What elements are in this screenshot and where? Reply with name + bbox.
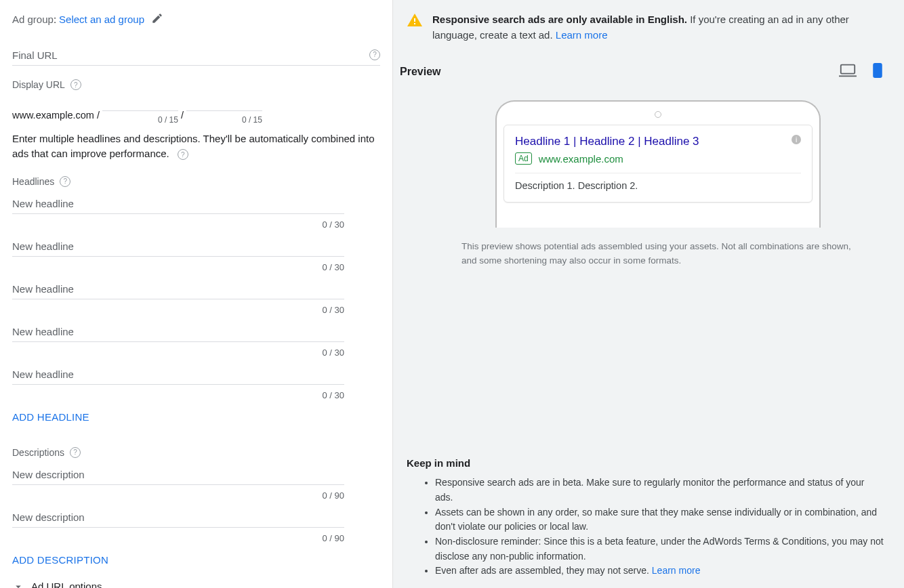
preview-title: Preview — [388, 66, 440, 78]
path1-counter: 0 / 15 — [158, 115, 178, 125]
help-icon[interactable]: ? — [70, 447, 81, 458]
headline-counter: 0 / 30 — [12, 219, 344, 230]
keep-in-mind-item: Assets can be shown in any order, so mak… — [435, 505, 884, 534]
svg-point-3 — [877, 75, 878, 77]
headline-counter: 0 / 30 — [12, 305, 344, 315]
descriptions-label: Descriptions — [12, 447, 64, 458]
headline-counter: 0 / 30 — [12, 262, 344, 272]
headline-input[interactable] — [12, 194, 344, 214]
select-ad-group-link[interactable]: Select an ad group — [59, 14, 144, 25]
path2-counter: 0 / 15 — [242, 115, 262, 125]
preview-area: Headline 1 | Headline 2 | Headline 3 i A… — [393, 80, 904, 268]
final-url-input[interactable] — [12, 45, 380, 66]
help-icon[interactable]: ? — [60, 176, 70, 187]
headline-input[interactable] — [12, 322, 344, 342]
headlines-section: Headlines ? 0 / 30 0 / 30 0 / 30 0 / 30 … — [12, 176, 380, 423]
preview-panel: Responsive search ads are only available… — [393, 0, 904, 588]
final-url-field: ? — [12, 45, 380, 66]
headline-input[interactable] — [12, 279, 344, 299]
headline-input[interactable] — [12, 364, 344, 385]
ad-group-colon: : — [54, 14, 56, 25]
preview-note: This preview shows potential ads assembl… — [461, 240, 855, 268]
desktop-preview-button[interactable] — [839, 63, 857, 80]
headlines-label: Headlines — [12, 176, 54, 187]
description-input[interactable] — [12, 507, 344, 528]
ad-group-label: Ad group — [12, 14, 54, 25]
keep-in-mind-item: Responsive search ads are in beta. Make … — [435, 476, 884, 505]
ad-badge: Ad — [515, 152, 532, 165]
headline-input[interactable] — [12, 236, 344, 257]
ad-description: Description 1. Description 2. — [515, 180, 801, 191]
ad-display-url: www.example.com — [539, 153, 623, 165]
display-url-base: www.example.com — [12, 110, 94, 125]
language-warning-banner: Responsive search ads are only available… — [393, 0, 904, 43]
intro-text: Enter multiple headlines and description… — [12, 133, 375, 159]
headline-counter: 0 / 30 — [12, 390, 344, 400]
description-counter: 0 / 90 — [12, 490, 344, 501]
display-url-label-row: Display URL ? — [12, 79, 380, 90]
banner-bold: Responsive search ads are only available… — [432, 14, 687, 25]
phone-frame: Headline 1 | Headline 2 | Headline 3 i A… — [495, 100, 821, 228]
phone-camera-icon — [655, 111, 661, 118]
headline-counter: 0 / 30 — [12, 348, 344, 358]
display-url-block: Display URL ? www.example.com / 0 / 15 /… — [12, 79, 380, 125]
slash: / — [97, 110, 100, 125]
ad-headline: Headline 1 | Headline 2 | Headline 3 — [515, 135, 699, 148]
keep-in-mind-title: Keep in mind — [407, 457, 884, 469]
keep-in-mind-item: Even after ads are assembled, they may n… — [435, 564, 884, 579]
description-counter: 0 / 90 — [12, 533, 344, 543]
add-description-button[interactable]: ADD DESCRIPTION — [12, 554, 108, 566]
descriptions-section: Descriptions ? 0 / 90 0 / 90 ADD DESCRIP… — [12, 447, 380, 566]
help-icon[interactable]: ? — [178, 149, 188, 160]
display-path1-input[interactable] — [102, 94, 178, 111]
help-icon[interactable]: ? — [369, 49, 380, 60]
keep-in-mind-section: Keep in mind Responsive search ads are i… — [393, 457, 904, 588]
ad-url-options-toggle[interactable]: Ad URL options — [12, 581, 380, 589]
description-input[interactable] — [12, 465, 344, 485]
mobile-preview-button[interactable] — [869, 63, 886, 80]
intro-row: Enter multiple headlines and description… — [12, 131, 380, 161]
ad-preview-card: Headline 1 | Headline 2 | Headline 3 i A… — [504, 125, 813, 203]
form-panel: Ad group: Select an ad group ? Display U… — [0, 0, 393, 588]
slash: / — [181, 110, 184, 125]
ad-group-row: Ad group: Select an ad group — [12, 12, 380, 26]
info-icon[interactable]: i — [792, 135, 801, 144]
display-url-label: Display URL — [12, 79, 65, 90]
learn-more-link[interactable]: Learn more — [556, 29, 608, 41]
help-icon[interactable]: ? — [70, 79, 81, 90]
chevron-down-icon — [12, 581, 24, 589]
warning-icon — [407, 12, 423, 30]
keep-in-mind-item: Non-disclosure reminder: Since this is a… — [435, 534, 884, 564]
device-toggle — [839, 63, 890, 80]
add-headline-button[interactable]: ADD HEADLINE — [12, 411, 89, 423]
display-path2-input[interactable] — [186, 94, 262, 111]
svg-rect-0 — [841, 65, 855, 74]
learn-more-link[interactable]: Learn more — [652, 565, 701, 576]
ad-url-options-label: Ad URL options — [31, 581, 102, 588]
pencil-icon[interactable] — [151, 12, 163, 26]
